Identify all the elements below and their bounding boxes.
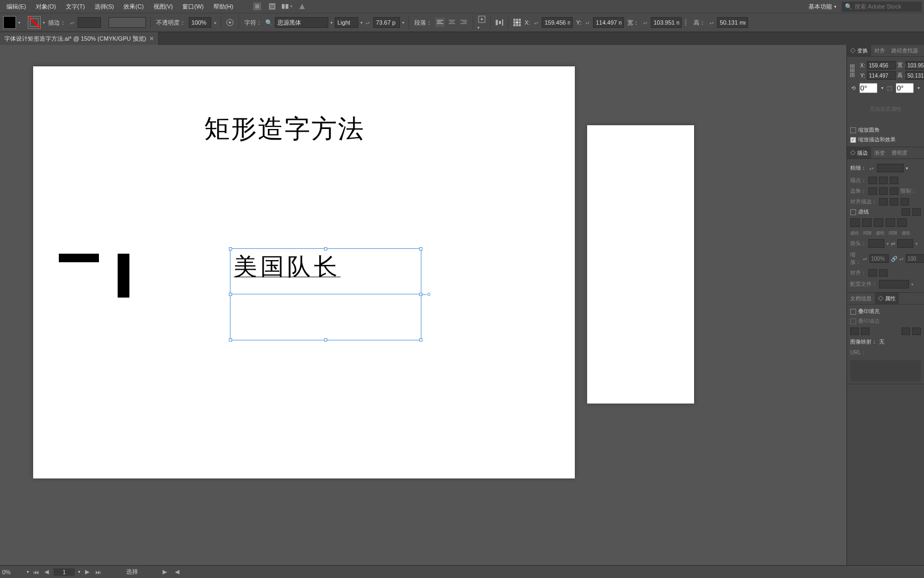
menu-help[interactable]: 帮助(H) <box>209 1 237 12</box>
arrange-icon[interactable]: ▾ <box>282 1 292 12</box>
x-input[interactable] <box>542 17 573 28</box>
stroke-swatch[interactable] <box>28 16 41 29</box>
stock-icon[interactable]: St <box>267 1 278 12</box>
gap1-input[interactable] <box>862 218 872 227</box>
weight-stepper[interactable]: ▴▾ <box>868 163 875 173</box>
ref-grid-icon[interactable] <box>513 18 521 27</box>
menu-edit[interactable]: 编辑(E) <box>2 1 30 12</box>
next-artboard-icon[interactable]: ▶ <box>83 568 91 575</box>
handle-bot-right[interactable] <box>419 338 422 341</box>
join-bevel-icon[interactable] <box>890 187 898 195</box>
tab-docinfo[interactable]: 文档信息 <box>847 293 875 304</box>
handle-bot-mid[interactable] <box>324 338 327 341</box>
cap-round-icon[interactable] <box>879 177 888 184</box>
rotate-input[interactable] <box>859 83 877 93</box>
menu-window[interactable]: 窗口(W) <box>178 1 208 12</box>
arrow-start[interactable] <box>868 239 884 248</box>
font-size-input[interactable] <box>373 17 400 28</box>
menu-effect[interactable]: 效果(C) <box>119 1 148 12</box>
cap-butt-icon[interactable] <box>868 177 877 184</box>
overprint-fill-row[interactable]: 叠印填充 <box>850 307 921 316</box>
arrow-scale2[interactable] <box>906 254 924 263</box>
tab-stroke[interactable]: ◇ 描边 <box>847 147 871 158</box>
hide-center-icon[interactable] <box>912 328 921 335</box>
join-round-icon[interactable] <box>879 187 888 195</box>
h-stepper[interactable]: ▴▾ <box>709 17 715 28</box>
dash-align-icon[interactable] <box>912 208 921 216</box>
artboard-number[interactable]: 1 <box>53 568 75 576</box>
document-tab[interactable]: 字体设计矩形造字方法.ai* @ 150% (CMYK/GPU 预览) ✕ <box>0 32 159 45</box>
text-outport-handle[interactable] <box>427 293 430 296</box>
selected-text-content[interactable]: 美国队长 <box>230 249 421 285</box>
weight-input[interactable] <box>877 164 904 172</box>
dashed-row[interactable]: 虚线 <box>850 207 921 217</box>
cap-proj-icon[interactable] <box>890 177 898 184</box>
stroke-stepper[interactable]: ▴▾ <box>69 17 75 28</box>
align-center-stroke-icon[interactable] <box>879 198 888 206</box>
overprint-fill-check[interactable] <box>850 309 856 315</box>
arrow-scale1[interactable] <box>869 254 889 263</box>
dash3-input[interactable] <box>897 218 907 227</box>
fill-rule-evenodd-icon[interactable] <box>861 328 869 335</box>
imagemap-value[interactable]: 无 <box>879 338 884 346</box>
font-family-input[interactable] <box>275 17 328 28</box>
y-stepper[interactable]: ▴▾ <box>584 17 591 28</box>
transform-menu-icon[interactable]: ▾ <box>478 15 486 30</box>
dashed-check[interactable] <box>850 209 856 215</box>
scale-corners-row[interactable]: 缩放圆角 <box>850 125 921 135</box>
arrow-align2-icon[interactable] <box>879 269 888 277</box>
menu-view[interactable]: 视图(V) <box>149 1 178 12</box>
last-artboard-icon[interactable]: ⏭ <box>94 569 102 575</box>
h-input[interactable] <box>717 17 748 28</box>
gap2-input[interactable] <box>886 218 895 227</box>
selected-text-frame[interactable]: 美国队长 <box>230 248 421 340</box>
scale-corners-check[interactable] <box>850 127 856 133</box>
align-right-icon[interactable] <box>459 18 468 27</box>
shear-input[interactable] <box>896 83 914 93</box>
x-stepper[interactable]: ▴▾ <box>533 17 540 28</box>
dash1-input[interactable] <box>850 218 860 227</box>
arrow-align1-icon[interactable] <box>868 269 877 277</box>
panel-x-input[interactable] <box>867 61 896 70</box>
handle-bot-left[interactable] <box>229 338 232 341</box>
recolor-icon[interactable] <box>226 18 234 27</box>
gpu-icon[interactable] <box>297 1 307 12</box>
stroke-weight[interactable] <box>78 17 101 28</box>
join-miter-icon[interactable] <box>868 187 877 195</box>
reference-point-grid[interactable] <box>850 64 854 77</box>
panel-y-input[interactable] <box>867 71 896 80</box>
w-stepper[interactable]: ▴▾ <box>642 17 649 28</box>
align-inside-stroke-icon[interactable] <box>890 198 898 206</box>
w-input[interactable] <box>651 17 682 28</box>
align-outside-stroke-icon[interactable] <box>900 198 909 206</box>
brush-def[interactable] <box>109 17 146 28</box>
link-scale-icon[interactable]: 🔗 <box>891 256 897 262</box>
panel-h-input[interactable] <box>905 71 924 80</box>
handle-top-left[interactable] <box>229 247 232 250</box>
font-style-input[interactable] <box>335 17 358 28</box>
tab-transparency[interactable]: 透明度 <box>888 147 911 158</box>
close-tab-icon[interactable]: ✕ <box>149 35 154 42</box>
align-left-icon[interactable] <box>435 18 445 27</box>
handle-top-right[interactable] <box>419 247 422 250</box>
tab-align[interactable]: 对齐 <box>871 45 888 56</box>
opacity-input[interactable] <box>189 17 211 28</box>
handle-top-mid[interactable] <box>324 247 327 250</box>
handle-mid-left[interactable] <box>229 293 232 296</box>
scale-strokes-row[interactable]: ✓缩放描边和效果 <box>850 135 921 144</box>
tab-gradient[interactable]: 渐变 <box>871 147 888 158</box>
menu-object[interactable]: 对象(O) <box>32 1 60 12</box>
fontsize-stepper[interactable]: ▴▾ <box>365 17 371 28</box>
show-center-icon[interactable] <box>902 328 910 335</box>
dash2-input[interactable] <box>874 218 883 227</box>
status-play-icon[interactable]: ▶ <box>163 568 167 575</box>
menu-select[interactable]: 选择(S) <box>90 1 119 12</box>
panel-w-input[interactable] <box>905 61 924 70</box>
canvas-area[interactable]: 矩形造字方法 美国队长 <box>0 45 846 565</box>
align-panel-icon[interactable] <box>495 19 504 26</box>
arrow-end[interactable] <box>897 239 913 248</box>
menu-type[interactable]: 文字(T) <box>61 1 89 12</box>
tab-attributes[interactable]: ◇ 属性 <box>875 293 899 304</box>
y-input[interactable] <box>593 17 624 28</box>
swap-arrow-icon[interactable]: ⇄ <box>891 241 895 247</box>
